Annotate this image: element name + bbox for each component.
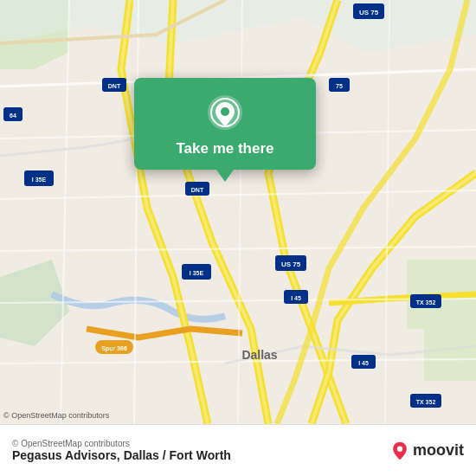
- svg-text:I 45: I 45: [291, 295, 301, 301]
- location-name: Pegasus Advisors, Dallas / Fort Worth: [12, 448, 382, 462]
- svg-point-38: [221, 107, 229, 116]
- svg-rect-4: [424, 329, 476, 381]
- moovit-brand-text: moovit: [413, 441, 464, 460]
- svg-text:TX 352: TX 352: [416, 399, 436, 405]
- popup-card[interactable]: Take me there: [134, 78, 316, 170]
- svg-text:DNT: DNT: [108, 83, 121, 89]
- location-pin-icon: [206, 93, 244, 132]
- svg-text:I 35E: I 35E: [190, 270, 204, 276]
- svg-text:DNT: DNT: [191, 187, 204, 193]
- moovit-logo: moovit: [390, 441, 464, 460]
- svg-point-39: [397, 446, 402, 451]
- map: US 75 DNT DNT DNT 75 I 35E I 35E US 75 I…: [0, 0, 476, 424]
- svg-text:75: 75: [336, 83, 343, 89]
- svg-text:Dallas: Dallas: [241, 348, 277, 362]
- svg-text:I 35E: I 35E: [32, 177, 47, 183]
- attribution-text: © OpenStreetMap contributors: [12, 439, 382, 448]
- svg-text:US 75: US 75: [359, 9, 379, 16]
- svg-text:US 75: US 75: [281, 261, 301, 268]
- bottom-bar: © OpenStreetMap contributors Pegasus Adv…: [0, 424, 476, 476]
- svg-text:I 45: I 45: [358, 360, 369, 366]
- moovit-pin-icon: [390, 441, 409, 460]
- svg-text:Spur 366: Spur 366: [101, 345, 127, 352]
- svg-text:64: 64: [10, 113, 16, 119]
- svg-text:© OpenStreetMap contributors: © OpenStreetMap contributors: [3, 411, 110, 420]
- svg-text:TX 352: TX 352: [416, 299, 436, 306]
- take-me-there-label: Take me there: [176, 140, 273, 158]
